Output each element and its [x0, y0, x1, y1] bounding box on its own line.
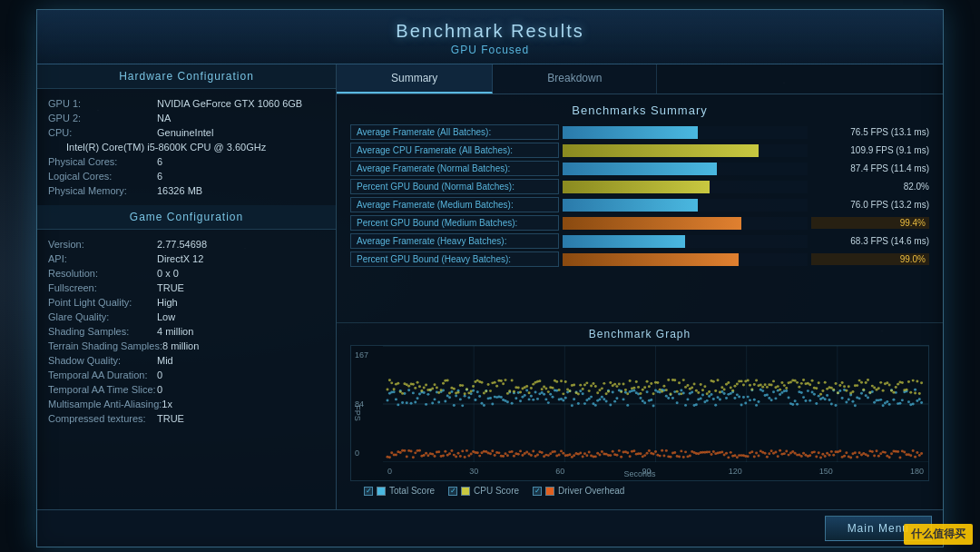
svg-point-110 — [605, 400, 608, 403]
svg-point-687 — [770, 449, 773, 452]
svg-point-679 — [753, 456, 756, 458]
svg-point-242 — [888, 403, 891, 406]
watermark-prefix: 什么 — [911, 527, 933, 540]
svg-point-427 — [749, 384, 751, 387]
config-row-gpu2: GPU 2: NA — [48, 111, 325, 125]
svg-point-319 — [517, 387, 520, 389]
svg-point-526 — [425, 452, 427, 455]
svg-point-15 — [401, 401, 404, 404]
config-label-cpu: CPU: — [48, 127, 157, 138]
svg-point-335 — [552, 387, 554, 389]
svg-point-255 — [916, 399, 918, 402]
svg-point-469 — [838, 384, 841, 387]
bench-value-5: 99.4% — [811, 217, 929, 229]
svg-point-385 — [659, 389, 662, 391]
bench-row-1: Average CPU Framerate (All Batches):109.… — [350, 143, 929, 158]
svg-point-635 — [659, 455, 662, 458]
svg-point-573 — [525, 450, 528, 453]
bench-row-3: Percent GPU Bound (Normal Batches):82.0% — [350, 179, 929, 194]
svg-point-438 — [772, 380, 775, 382]
svg-point-495 — [895, 386, 897, 389]
config-row-glare: Glare Quality: Low — [48, 310, 325, 324]
svg-point-176 — [747, 396, 750, 399]
svg-point-406 — [703, 385, 706, 388]
svg-point-348 — [579, 384, 582, 387]
svg-point-461 — [821, 389, 824, 392]
svg-point-141 — [671, 397, 674, 399]
svg-point-544 — [464, 456, 466, 458]
legend-checkbox-total[interactable]: ✓ — [364, 487, 373, 496]
svg-point-128 — [643, 401, 646, 404]
svg-point-39 — [453, 404, 456, 407]
svg-point-588 — [558, 454, 561, 457]
svg-point-693 — [783, 452, 786, 455]
svg-point-219 — [838, 389, 841, 392]
svg-point-397 — [684, 386, 687, 389]
svg-point-547 — [470, 453, 473, 456]
svg-point-500 — [906, 389, 908, 391]
svg-point-478 — [858, 380, 861, 382]
y-label-mid: 84 — [355, 399, 379, 409]
svg-point-179 — [753, 399, 756, 401]
svg-point-43 — [461, 404, 464, 407]
svg-point-339 — [560, 380, 563, 382]
svg-point-241 — [886, 400, 888, 403]
legend-checkbox-cpu[interactable]: ✓ — [448, 487, 457, 496]
svg-point-371 — [629, 380, 632, 382]
svg-point-426 — [747, 379, 750, 381]
config-value-point-light: High — [157, 297, 178, 308]
svg-point-365 — [615, 385, 618, 388]
config-value-temporal-dur: 0 — [157, 370, 162, 380]
svg-point-74 — [528, 398, 531, 400]
main-window: Benchmark Results GPU Focused Hardware C… — [36, 9, 944, 547]
config-label-point-light: Point Light Quality: — [48, 297, 157, 308]
svg-point-393 — [676, 390, 679, 393]
svg-point-297 — [470, 389, 473, 392]
svg-point-271 — [414, 387, 416, 389]
config-row-fullscreen: Fullscreen: TRUE — [48, 281, 325, 295]
svg-point-412 — [717, 379, 720, 381]
svg-point-293 — [461, 384, 464, 387]
svg-point-284 — [442, 382, 445, 385]
svg-point-46 — [467, 397, 470, 399]
svg-point-91 — [564, 397, 567, 399]
legend-label-total: Total Score — [389, 486, 435, 496]
svg-point-100 — [583, 402, 586, 405]
legend-checkbox-driver[interactable]: ✓ — [533, 487, 542, 496]
svg-point-738 — [879, 452, 882, 455]
svg-point-666 — [725, 452, 728, 455]
svg-point-749 — [903, 451, 906, 454]
svg-point-103 — [590, 396, 593, 399]
tab-breakdown[interactable]: Breakdown — [493, 64, 657, 94]
svg-point-213 — [826, 394, 828, 397]
legend-total-score: ✓ Total Score — [364, 486, 435, 496]
svg-point-275 — [423, 387, 426, 389]
svg-point-263 — [397, 382, 399, 385]
svg-point-174 — [742, 396, 745, 399]
svg-point-276 — [425, 383, 427, 386]
svg-point-481 — [865, 381, 867, 384]
svg-point-477 — [856, 384, 858, 387]
bench-row-5: Percent GPU Bound (Medium Batches):99.4% — [350, 215, 929, 231]
svg-point-40 — [455, 394, 457, 397]
svg-point-373 — [632, 387, 635, 389]
bench-rows: Average Framerate (All Batches):76.5 FPS… — [350, 124, 929, 267]
config-value-glare: Low — [157, 311, 175, 322]
svg-point-77 — [534, 391, 537, 394]
svg-point-308 — [494, 381, 496, 384]
svg-point-394 — [678, 381, 681, 384]
svg-point-556 — [489, 452, 492, 455]
svg-point-541 — [457, 452, 460, 455]
svg-point-580 — [541, 451, 544, 454]
svg-point-562 — [502, 455, 505, 458]
tab-summary[interactable]: Summary — [337, 64, 493, 94]
svg-point-248 — [901, 399, 904, 401]
driver-overhead-line — [387, 449, 924, 459]
svg-point-695 — [788, 454, 790, 457]
bench-bar-container-0 — [563, 126, 808, 139]
svg-point-567 — [513, 455, 515, 458]
svg-point-381 — [650, 382, 652, 385]
svg-point-424 — [742, 384, 745, 387]
svg-point-83 — [547, 401, 550, 404]
config-value-gpu1: NVIDIA GeForce GTX 1060 6GB — [157, 98, 302, 109]
